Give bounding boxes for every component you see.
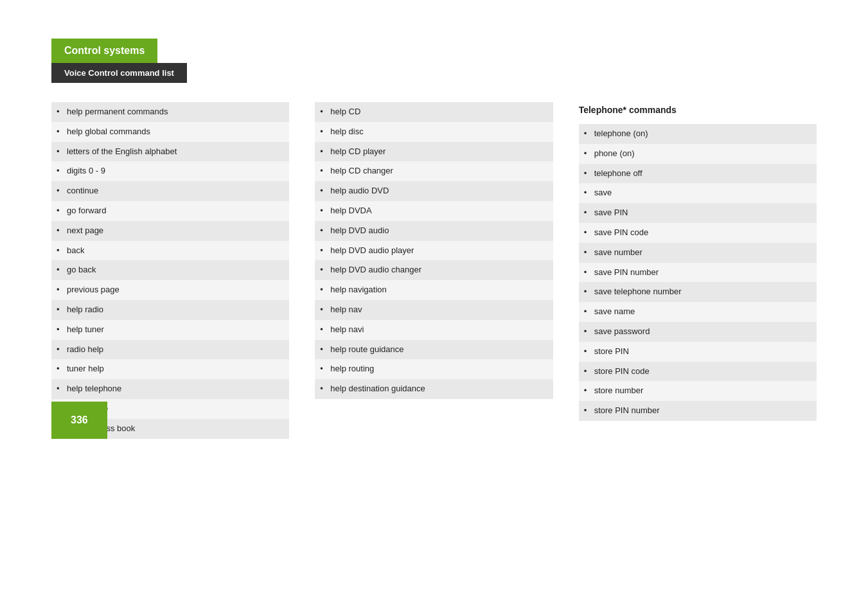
left-command-list: help permanent commandshelp global comma… [51,102,289,439]
subtitle-bar: Voice Control command list [51,63,187,83]
list-item: help route guidance [315,340,553,360]
list-item: help navigation [315,280,553,300]
list-item: help DVD audio changer [315,260,553,280]
list-item: help audio DVD [315,181,553,201]
list-item: help disc [315,122,553,142]
columns-wrapper: help permanent commandshelp global comma… [51,102,817,439]
list-item: help DVDA [315,201,553,221]
page-title: Control systems [64,45,145,56]
list-item: phone (on) [579,144,817,164]
list-item: help CD player [315,142,553,162]
list-item: help routing [315,359,553,379]
list-item: help destination guidance [315,379,553,399]
right-command-list: telephone (on)phone (on)telephone offsav… [579,124,817,421]
middle-command-list: help CDhelp dischelp CD playerhelp CD ch… [315,102,553,399]
list-item: help CD [315,102,553,122]
header-section: Control systems Voice Control command li… [51,39,817,83]
list-item: help telephone [51,379,289,399]
middle-column: help CDhelp dischelp CD playerhelp CD ch… [315,102,553,439]
page-number: 336 [71,414,88,425]
list-item: telephone (on) [579,124,817,144]
page-container: Control systems Voice Control command li… [0,0,868,465]
telephone-commands-title: Telephone* commands [579,102,817,118]
list-item: save PIN code [579,223,817,243]
list-item: go back [51,260,289,280]
list-item: back [51,241,289,261]
list-item: store number [579,381,817,401]
list-item: save name [579,302,817,322]
list-item: digits 0 - 9 [51,161,289,181]
list-item: help DVD audio player [315,241,553,261]
list-item: previous page [51,280,289,300]
list-item: store PIN code [579,362,817,382]
list-item: telephone off [579,164,817,184]
list-item: continue [51,181,289,201]
list-item: save [579,183,817,203]
list-item: save password [579,322,817,342]
list-item: save PIN number [579,263,817,283]
list-item: save telephone number [579,282,817,302]
list-item: help radio [51,300,289,320]
list-item: help global commands [51,122,289,142]
right-column: Telephone* commands telephone (on)phone … [579,102,817,439]
list-item: help tuner [51,320,289,340]
list-item: help DVD audio [315,221,553,241]
list-item: letters of the English alphabet [51,142,289,162]
list-item: next page [51,221,289,241]
list-item: save number [579,243,817,263]
page-number-block: 336 [51,402,107,439]
page-subtitle: Voice Control command list [64,68,174,78]
title-bar: Control systems [51,39,157,63]
list-item: radio help [51,340,289,360]
list-item: help nav [315,300,553,320]
list-item: save PIN [579,203,817,223]
list-item: store PIN [579,342,817,362]
list-item: help permanent commands [51,102,289,122]
left-column: help permanent commandshelp global comma… [51,102,289,439]
list-item: tuner help [51,359,289,379]
list-item: help navi [315,320,553,340]
list-item: help CD changer [315,161,553,181]
list-item: go forward [51,201,289,221]
list-item: store PIN number [579,401,817,421]
